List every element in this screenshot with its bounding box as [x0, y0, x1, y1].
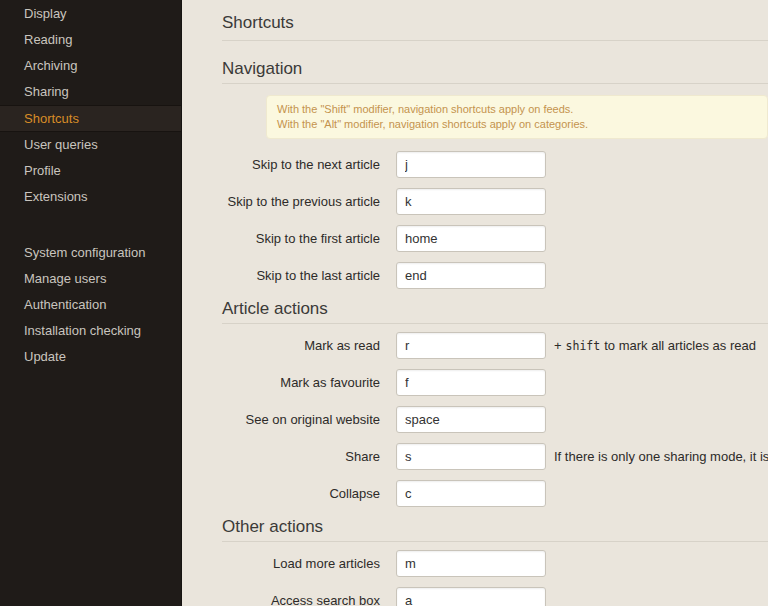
shortcut-label-previous-article: Skip to the previous article — [222, 194, 380, 209]
shortcut-input-first-article[interactable] — [396, 225, 546, 252]
shortcut-label-share: Share — [222, 449, 380, 464]
shortcut-input-collapse[interactable] — [396, 480, 546, 507]
form-row: Load more articles — [222, 550, 768, 577]
shortcut-input-mark-read[interactable] — [396, 332, 546, 359]
form-row: Skip to the first article — [222, 225, 768, 252]
sidebar-item-manage-users[interactable]: Manage users — [0, 266, 181, 292]
shortcut-label-search-box: Access search box — [222, 593, 380, 606]
settings-page: Display Reading Archiving Sharing Shortc… — [0, 0, 768, 606]
shortcut-label-load-more: Load more articles — [222, 556, 380, 571]
sidebar-item-reading[interactable]: Reading — [0, 27, 181, 53]
sidebar-item-update[interactable]: Update — [0, 344, 181, 370]
note-line: With the "Shift" modifier, navigation sh… — [277, 102, 757, 117]
mark-read-hint: +shiftto mark all articles as read — [554, 338, 756, 353]
sidebar-item-extensions[interactable]: Extensions — [0, 184, 181, 210]
form-row: Skip to the previous article — [222, 188, 768, 215]
section-heading-navigation: Navigation — [222, 59, 768, 79]
section-heading-other-actions: Other actions — [222, 517, 768, 537]
form-row: Skip to the next article — [222, 151, 768, 178]
page-title: Shortcuts — [222, 13, 768, 33]
note-line: With the "Alt" modifier, navigation shor… — [277, 117, 757, 132]
sidebar-item-display[interactable]: Display — [0, 1, 181, 27]
form-row: Mark as read +shiftto mark all articles … — [222, 332, 768, 359]
navigation-modifier-note: With the "Shift" modifier, navigation sh… — [266, 95, 768, 139]
sidebar-item-authentication[interactable]: Authentication — [0, 292, 181, 318]
article-action-rows: Mark as read +shiftto mark all articles … — [222, 332, 768, 507]
sidebar-group-user-settings: Display Reading Archiving Sharing Shortc… — [0, 0, 181, 210]
sidebar-item-sharing[interactable]: Sharing — [0, 79, 181, 105]
settings-sidebar: Display Reading Archiving Sharing Shortc… — [0, 0, 182, 606]
sidebar-item-shortcuts[interactable]: Shortcuts — [0, 105, 181, 132]
form-row: Share If there is only one sharing mode,… — [222, 443, 768, 470]
form-row: Collapse — [222, 480, 768, 507]
shortcut-label-first-article: Skip to the first article — [222, 231, 380, 246]
sidebar-item-installation-checking[interactable]: Installation checking — [0, 318, 181, 344]
shortcut-input-next-article[interactable] — [396, 151, 546, 178]
hint-keycode: shift — [566, 339, 601, 353]
shortcut-label-last-article: Skip to the last article — [222, 268, 380, 283]
shortcut-input-original-website[interactable] — [396, 406, 546, 433]
sidebar-item-archiving[interactable]: Archiving — [0, 53, 181, 79]
sidebar-item-profile[interactable]: Profile — [0, 158, 181, 184]
form-row: Access search box — [222, 587, 768, 606]
shortcut-input-search-box[interactable] — [396, 587, 546, 606]
sidebar-group-admin-settings: System configuration Manage users Authen… — [0, 239, 181, 370]
divider — [222, 323, 768, 324]
shortcut-input-share[interactable] — [396, 443, 546, 470]
form-row: See on original website — [222, 406, 768, 433]
form-row: Mark as favourite — [222, 369, 768, 396]
shortcut-input-mark-favourite[interactable] — [396, 369, 546, 396]
shortcut-label-original-website: See on original website — [222, 412, 380, 427]
shortcut-label-mark-read: Mark as read — [222, 338, 380, 353]
divider — [222, 541, 768, 542]
section-heading-article-actions: Article actions — [222, 299, 768, 319]
shortcut-label-collapse: Collapse — [222, 486, 380, 501]
other-action-rows: Load more articles Access search box — [222, 550, 768, 606]
sidebar-item-user-queries[interactable]: User queries — [0, 132, 181, 158]
shortcut-label-mark-favourite: Mark as favourite — [222, 375, 380, 390]
divider — [222, 83, 768, 84]
shortcut-label-next-article: Skip to the next article — [222, 157, 380, 172]
sidebar-item-system-configuration[interactable]: System configuration — [0, 240, 181, 266]
hint-prefix: + — [554, 338, 562, 353]
shortcut-input-previous-article[interactable] — [396, 188, 546, 215]
shortcut-input-last-article[interactable] — [396, 262, 546, 289]
shortcut-input-load-more[interactable] — [396, 550, 546, 577]
form-row: Skip to the last article — [222, 262, 768, 289]
navigation-shortcut-rows: Skip to the next article Skip to the pre… — [222, 151, 768, 289]
share-hint: If there is only one sharing mode, it is… — [554, 449, 768, 464]
shortcuts-settings-content: Shortcuts Navigation With the "Shift" mo… — [182, 0, 768, 606]
divider — [222, 40, 768, 41]
hint-suffix: to mark all articles as read — [604, 338, 756, 353]
